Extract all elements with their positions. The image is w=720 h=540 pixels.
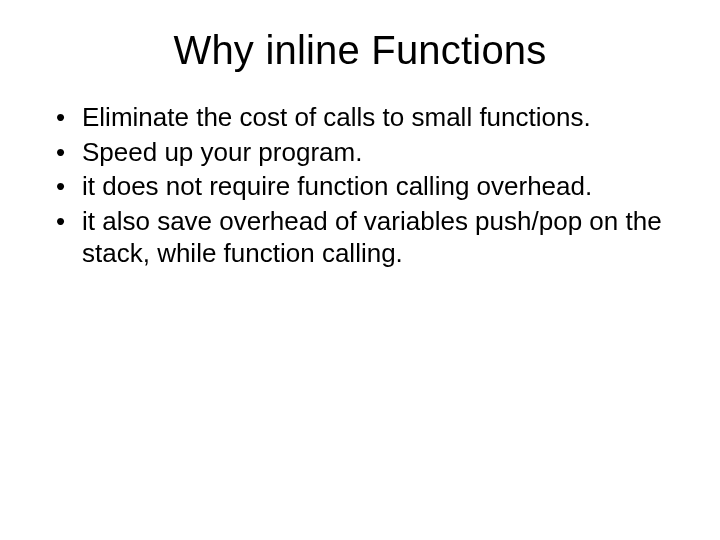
slide-title: Why inline Functions — [40, 28, 680, 73]
list-item: it does not require function calling ove… — [52, 170, 670, 203]
bullet-list: Eliminate the cost of calls to small fun… — [40, 101, 680, 270]
list-item: Eliminate the cost of calls to small fun… — [52, 101, 670, 134]
list-item: it also save overhead of variables push/… — [52, 205, 670, 270]
list-item: Speed up your program. — [52, 136, 670, 169]
slide: Why inline Functions Eliminate the cost … — [0, 0, 720, 540]
